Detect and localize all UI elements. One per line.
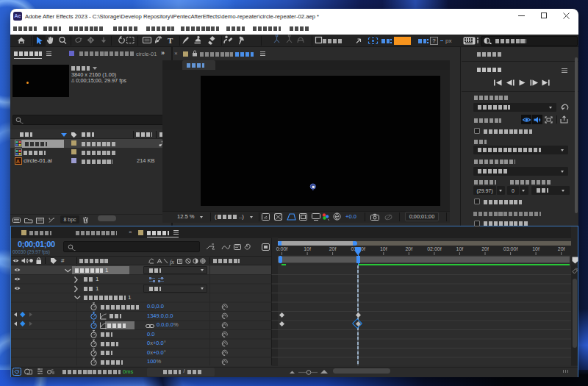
svg-text:fx: fx — [170, 259, 174, 265]
svg-text:A: A — [16, 159, 20, 164]
svg-text:T: T — [168, 36, 173, 45]
